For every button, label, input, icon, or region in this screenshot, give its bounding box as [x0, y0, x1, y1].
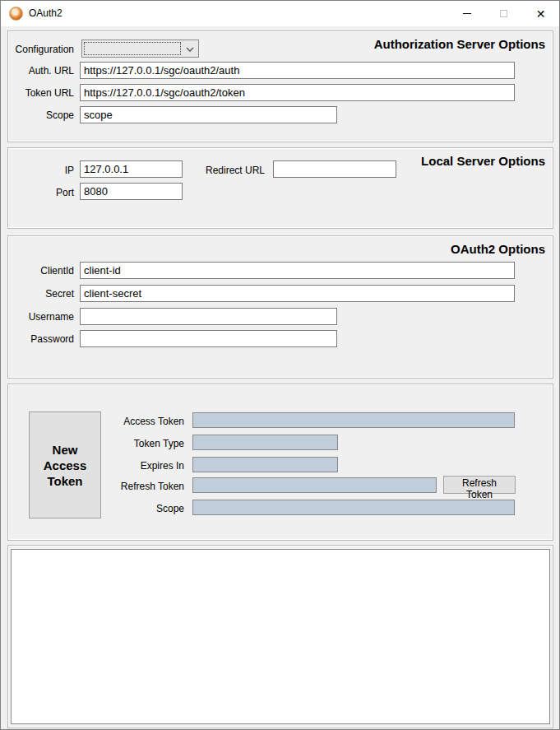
- scope-label: Scope: [8, 109, 74, 121]
- oauth2-options-panel: OAuth2 Options ClientId Secret Username …: [7, 235, 553, 379]
- auth-url-input[interactable]: [80, 62, 515, 79]
- maximize-icon: [500, 10, 507, 17]
- expires-in-label: Expires In: [8, 460, 184, 472]
- authorization-server-panel: Authorization Server Options Configurati…: [7, 30, 553, 142]
- port-input[interactable]: [80, 183, 183, 200]
- ip-label: IP: [8, 165, 74, 176]
- log-textarea[interactable]: [11, 549, 550, 724]
- minimize-button[interactable]: [448, 1, 485, 26]
- titlebar: OAuth2 ✕: [1, 1, 559, 26]
- secret-label: Secret: [8, 288, 74, 300]
- configuration-select[interactable]: [81, 40, 199, 58]
- auth-url-label: Auth. URL: [8, 65, 74, 77]
- password-input[interactable]: [80, 330, 337, 347]
- close-button[interactable]: ✕: [522, 1, 559, 26]
- token-scope-label: Scope: [8, 503, 184, 514]
- client-id-label: ClientId: [8, 265, 74, 277]
- token-scope-field: [192, 500, 515, 515]
- token-url-label: Token URL: [8, 87, 74, 99]
- minimize-icon: [463, 13, 471, 14]
- configuration-selected-value: [84, 42, 181, 55]
- log-panel: [7, 545, 553, 728]
- window-title: OAuth2: [29, 7, 62, 19]
- configuration-label: Configuration: [8, 44, 74, 55]
- password-label: Password: [8, 333, 74, 345]
- access-token-label: Access Token: [8, 416, 184, 427]
- client-id-input[interactable]: [80, 262, 515, 279]
- port-label: Port: [8, 187, 74, 198]
- scope-input[interactable]: [80, 106, 337, 123]
- oauth2-window: OAuth2 ✕ Authorization Server Options Co…: [0, 0, 560, 730]
- local-server-panel: Local Server Options IP Redirect URL Por…: [7, 147, 553, 229]
- token-panel: New Access Token Access Token Token Type…: [7, 384, 553, 541]
- maximize-button: [485, 1, 522, 26]
- redirect-url-label: Redirect URL: [132, 165, 265, 176]
- username-input[interactable]: [80, 308, 337, 325]
- refresh-token-button[interactable]: Refresh Token: [443, 476, 516, 494]
- close-icon: ✕: [536, 7, 546, 21]
- oauth2-options-header: OAuth2 Options: [451, 242, 545, 256]
- token-url-input[interactable]: [80, 84, 515, 101]
- refresh-token-label: Refresh Token: [8, 481, 184, 492]
- local-server-header: Local Server Options: [421, 154, 545, 168]
- app-icon: [9, 7, 23, 21]
- redirect-url-input[interactable]: [273, 160, 396, 178]
- secret-input[interactable]: [80, 285, 515, 302]
- expires-in-field: [192, 457, 338, 472]
- username-label: Username: [8, 311, 74, 323]
- authorization-server-header: Authorization Server Options: [374, 37, 545, 51]
- access-token-field: [192, 412, 515, 428]
- token-type-label: Token Type: [8, 438, 184, 449]
- token-type-field: [192, 435, 338, 450]
- chevron-down-icon: [184, 44, 196, 55]
- refresh-token-field: [192, 477, 437, 493]
